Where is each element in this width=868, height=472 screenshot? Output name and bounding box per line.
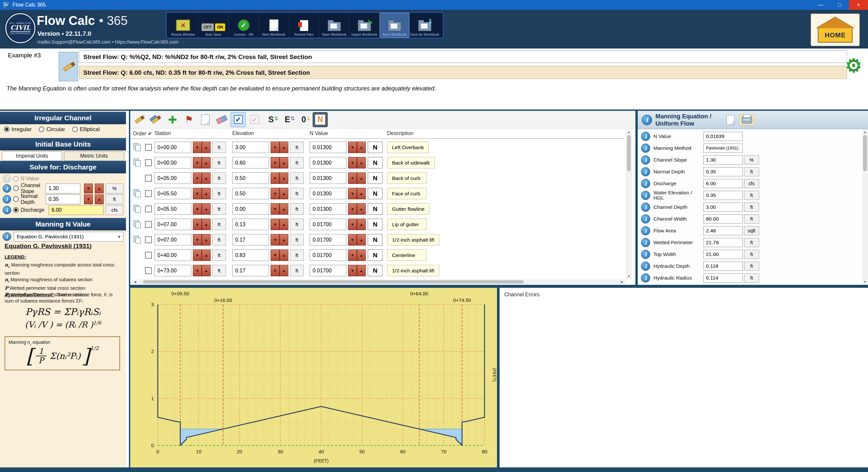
n-value-field[interactable]: 0.01300	[310, 188, 346, 199]
report-page-button[interactable]	[726, 115, 735, 125]
sort-elevation-button[interactable]: E⇅	[280, 112, 295, 127]
elevation-field[interactable]: 0.13	[232, 218, 269, 230]
n-spin-down[interactable]: ▼	[348, 249, 357, 261]
description-field[interactable]: Centerline	[387, 249, 427, 261]
n-value-field[interactable]: 0.01300	[310, 142, 346, 153]
n-spin-down[interactable]: ▼	[348, 188, 357, 199]
station-spin-down[interactable]: ▼	[193, 249, 202, 261]
example-title-template[interactable]: Street Flow: Q: %%Q2, ND: %%ND2 for 80-f…	[79, 50, 847, 63]
station-field[interactable]: 0+00.00	[155, 157, 191, 168]
copy-row-icon[interactable]	[133, 205, 142, 213]
sort-station-button[interactable]: S⇅	[264, 112, 279, 127]
station-field[interactable]: 0+40.00	[155, 249, 191, 261]
station-spin-down[interactable]: ▼	[193, 188, 202, 199]
n-value-field[interactable]: 0.01700	[310, 218, 346, 230]
settings-gear-icon[interactable]: ⚙	[845, 56, 862, 75]
elevation-spin-up[interactable]: ▲	[279, 203, 288, 215]
n-button[interactable]: N	[368, 203, 382, 215]
description-field[interactable]: 1/2-inch asphalt lift	[387, 265, 439, 276]
channel-option-irregular[interactable]: Irregular	[4, 126, 31, 132]
row-checkbox[interactable]	[145, 144, 152, 151]
elevation-field[interactable]: 0.50	[232, 188, 269, 199]
station-spin-down[interactable]: ▼	[193, 172, 202, 184]
scroll-up-icon[interactable]: ▲	[864, 129, 867, 135]
scroll-down-icon[interactable]: ▼	[864, 279, 867, 285]
scroll-thumb[interactable]	[143, 280, 524, 283]
station-spin-down[interactable]: ▼	[193, 218, 202, 230]
row-checkbox[interactable]	[145, 221, 152, 228]
elevation-field[interactable]: 0.00	[232, 203, 269, 215]
edit-multi-section-tool-button[interactable]	[149, 112, 164, 127]
imperial-units-button[interactable]: Imperial Units	[2, 151, 62, 161]
info-icon[interactable]: i	[641, 143, 650, 153]
elevation-spin-up[interactable]: ▲	[279, 172, 288, 184]
sidebar-scrollbar[interactable]	[126, 111, 129, 467]
n-button[interactable]: N	[368, 218, 382, 230]
info-icon[interactable]: i	[641, 262, 650, 271]
n-button[interactable]: N	[368, 234, 382, 245]
elevation-spin-down[interactable]: ▼	[271, 234, 279, 245]
description-field[interactable]: 1/2-inch asphalt lift	[387, 234, 439, 245]
solve-value-field[interactable]: 6.00	[49, 205, 104, 215]
scroll-left-icon[interactable]: ◀	[132, 280, 138, 283]
station-spin-up[interactable]: ▲	[202, 157, 211, 168]
row-checkbox[interactable]	[145, 252, 152, 259]
info-icon[interactable]: i	[3, 184, 11, 193]
elevation-spin-up[interactable]: ▲	[279, 142, 288, 153]
info-icon[interactable]: i	[3, 232, 11, 241]
elevation-field[interactable]: 0.83	[232, 249, 269, 261]
station-spin-up[interactable]: ▲	[202, 234, 211, 245]
n-button[interactable]: N	[368, 142, 382, 153]
n-value-field[interactable]: 0.01700	[310, 249, 346, 261]
result-value[interactable]: 21.79	[703, 238, 743, 247]
info-icon[interactable]: i	[641, 132, 650, 141]
elevation-spin-down[interactable]: ▼	[271, 203, 279, 215]
elevation-field[interactable]: 0.17	[232, 265, 269, 276]
station-field[interactable]: 0+05.00	[155, 172, 191, 184]
copy-row-icon[interactable]	[133, 236, 142, 244]
solve-radio[interactable]	[13, 196, 19, 202]
n-spin-down[interactable]: ▼	[348, 203, 357, 215]
station-field[interactable]: 0+05.50	[155, 188, 191, 199]
row-checkbox[interactable]	[145, 267, 152, 274]
example-title-resolved[interactable]: Street Flow: Q: 6.00 cfs, ND: 0.35 ft fo…	[79, 66, 847, 79]
n-spin-up[interactable]: ▲	[357, 157, 366, 168]
n-spin-up[interactable]: ▲	[357, 142, 366, 153]
metric-units-button[interactable]: Metric Units	[64, 151, 124, 161]
solve-radio[interactable]	[13, 186, 19, 191]
info-icon[interactable]: i	[3, 195, 11, 204]
n-spin-up[interactable]: ▲	[357, 249, 366, 261]
station-spin-up[interactable]: ▲	[202, 142, 211, 153]
scroll-thumb[interactable]	[627, 135, 631, 171]
elevation-spin-down[interactable]: ▼	[271, 265, 279, 276]
save-workbook-button[interactable]: ↓Save Workbook	[379, 13, 409, 38]
scroll-down-icon[interactable]: ▼	[627, 273, 630, 279]
station-spin-up[interactable]: ▲	[202, 249, 211, 261]
n-spin-down[interactable]: ▼	[348, 157, 357, 168]
n-spin-up[interactable]: ▲	[357, 234, 366, 245]
elevation-spin-up[interactable]: ▲	[279, 234, 288, 245]
elevation-spin-down[interactable]: ▼	[271, 157, 279, 168]
resize-window-button[interactable]: ×Resize Window	[168, 13, 198, 38]
station-field[interactable]: 0+05.50	[155, 203, 191, 215]
result-value[interactable]: 3.00	[703, 203, 743, 212]
solve-radio[interactable]	[13, 176, 19, 181]
elevation-spin-up[interactable]: ▲	[279, 218, 288, 230]
elevation-field[interactable]: 3.00	[232, 142, 269, 153]
result-value[interactable]: 2.48	[703, 226, 743, 235]
result-value[interactable]: 0.114	[703, 273, 743, 282]
description-field[interactable]: Face of curb	[387, 188, 427, 199]
info-icon[interactable]: i	[641, 191, 650, 200]
description-field[interactable]: Gutter flowline	[387, 203, 429, 215]
result-value[interactable]: 6.00	[703, 179, 743, 188]
minimize-button[interactable]: —	[811, 0, 830, 10]
info-icon[interactable]: i	[641, 179, 650, 188]
n-value-field[interactable]: 0.01300	[310, 157, 346, 168]
n-spin-down[interactable]: ▼	[348, 218, 357, 230]
edit-section-tool-button[interactable]	[132, 112, 147, 127]
elevation-field[interactable]: 0.50	[232, 172, 269, 184]
description-field[interactable]: Back of sidewalk	[387, 157, 435, 168]
value-spin-up[interactable]: ▲	[95, 194, 104, 204]
elevation-spin-down[interactable]: ▼	[271, 188, 279, 199]
flag-tool-button[interactable]: ⚑	[181, 112, 196, 127]
